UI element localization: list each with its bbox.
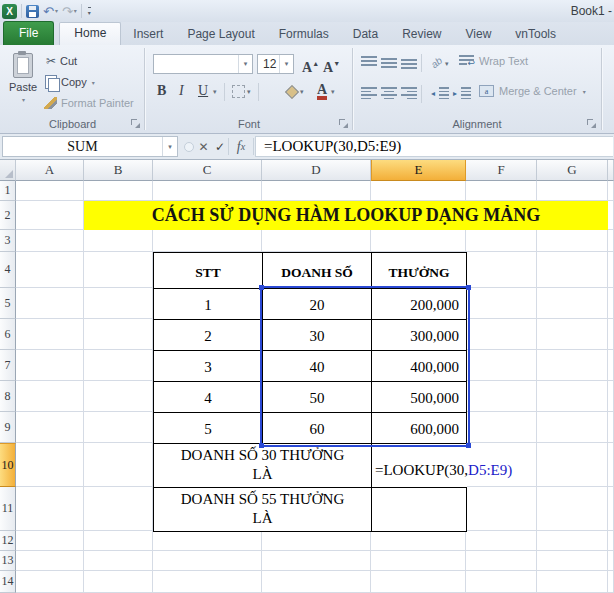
grid-cell[interactable] — [466, 531, 537, 551]
column-header-F[interactable]: F — [466, 160, 537, 181]
font-size-combobox[interactable]: 12 ▾ — [257, 54, 294, 74]
table-data-cell[interactable]: 5 — [154, 413, 263, 444]
chevron-down-icon[interactable]: ▾ — [74, 5, 77, 18]
row-header-6[interactable]: 6 — [0, 319, 16, 350]
grid-cell[interactable] — [16, 350, 84, 381]
grid-cell[interactable] — [371, 531, 466, 551]
save-icon[interactable] — [26, 5, 39, 18]
row-header-3[interactable]: 3 — [0, 230, 16, 252]
row-header-5[interactable]: 5 — [0, 288, 16, 319]
tab-insert[interactable]: Insert — [121, 24, 175, 45]
grid-cell[interactable] — [84, 487, 153, 531]
grid-cell[interactable] — [371, 230, 466, 252]
grid-cell[interactable] — [16, 252, 84, 288]
name-box[interactable]: SUM ▾ — [2, 136, 178, 157]
grid-cell[interactable] — [84, 230, 153, 252]
tab-page-layout[interactable]: Page Layout — [175, 24, 266, 45]
chevron-down-icon[interactable]: ▾ — [583, 88, 586, 95]
column-header-G[interactable]: G — [537, 160, 608, 181]
table-data-cell[interactable]: 1 — [154, 289, 263, 320]
grid-cell[interactable] — [466, 487, 537, 531]
column-header-B[interactable]: B — [84, 160, 153, 181]
grid-cell[interactable] — [84, 252, 153, 288]
grid-cell[interactable] — [153, 181, 262, 201]
grid-cell[interactable] — [608, 181, 614, 201]
grid-cell[interactable] — [608, 230, 614, 252]
grid-cell[interactable] — [262, 181, 371, 201]
table-data-cell[interactable]: 30 — [263, 320, 372, 351]
redo-button[interactable]: ↷▾ — [62, 5, 77, 18]
grid-cell[interactable] — [466, 319, 537, 350]
chevron-down-icon[interactable]: ▾ — [247, 88, 251, 96]
grid-cell[interactable] — [371, 551, 466, 571]
table-data-cell[interactable]: 500,000 — [372, 382, 467, 413]
row-header-2[interactable]: 2 — [0, 201, 16, 230]
grid-cell[interactable] — [262, 531, 371, 551]
grid-cell[interactable] — [537, 288, 608, 319]
insert-function-icon[interactable]: fx — [231, 136, 251, 157]
grid-cell[interactable] — [537, 487, 608, 531]
table-data-cell[interactable]: 3 — [154, 351, 263, 382]
grid-cell[interactable] — [608, 252, 614, 288]
grid-cell[interactable] — [608, 531, 614, 551]
borders-button[interactable] — [232, 85, 245, 98]
title-banner-cell[interactable]: CÁCH SỬ DỤNG HÀM LOOKUP DẠNG MẢNG — [84, 201, 608, 230]
grid-cell[interactable] — [16, 443, 84, 487]
chevron-down-icon[interactable]: ▾ — [300, 88, 304, 96]
grid-cell[interactable] — [16, 487, 84, 531]
tab-home[interactable]: Home — [59, 22, 121, 45]
grid-cell[interactable] — [466, 230, 537, 252]
grid-cell[interactable] — [153, 531, 262, 551]
row-header-9[interactable]: 9 — [0, 412, 16, 443]
grid-cell[interactable] — [466, 412, 537, 443]
grid-cell[interactable] — [84, 288, 153, 319]
table-data-cell[interactable]: 20 — [263, 289, 372, 320]
grid-cell[interactable] — [84, 531, 153, 551]
grid-cell[interactable] — [466, 288, 537, 319]
wrap-text-button[interactable]: Wrap Text — [459, 55, 528, 67]
select-all-corner[interactable] — [0, 160, 16, 181]
in-cell-formula[interactable]: =LOOKUP(30,D5:E9) — [375, 462, 517, 479]
grid-cell[interactable] — [466, 350, 537, 381]
grid-cell[interactable] — [608, 350, 614, 381]
font-name-combobox[interactable]: ▾ — [153, 54, 253, 74]
grid-cell[interactable] — [84, 350, 153, 381]
grid-cell[interactable] — [153, 230, 262, 252]
row-header-1[interactable]: 1 — [0, 181, 16, 201]
chevron-down-icon[interactable]: ▾ — [213, 88, 217, 96]
fill-color-bucket-icon[interactable] — [284, 85, 298, 98]
chevron-down-icon[interactable]: ▾ — [55, 5, 58, 18]
grid-cell[interactable] — [153, 551, 262, 571]
align-top-icon[interactable] — [361, 56, 377, 69]
chevron-down-icon[interactable]: ▾ — [92, 79, 95, 86]
grid-cell[interactable] — [16, 571, 84, 593]
grid-cell[interactable] — [608, 412, 614, 443]
table-header-cell[interactable]: THƯỞNG — [372, 253, 467, 289]
bold-button[interactable]: B — [157, 82, 166, 100]
row-header-4[interactable]: 4 — [0, 252, 16, 288]
grid-cell[interactable] — [537, 319, 608, 350]
table-data-cell[interactable]: 40 — [263, 351, 372, 382]
cancel-icon[interactable]: ✕ — [196, 136, 211, 157]
align-bottom-icon[interactable] — [401, 56, 417, 69]
chevron-down-icon[interactable]: ▾ — [22, 96, 25, 103]
grid-cell[interactable] — [84, 443, 153, 487]
excel-logo-icon[interactable]: X — [2, 4, 17, 19]
chevron-down-icon[interactable]: ▾ — [445, 60, 449, 68]
grid-cell[interactable] — [16, 230, 84, 252]
tab-data[interactable]: Data — [341, 24, 390, 45]
grid-cell[interactable] — [84, 412, 153, 443]
grid-cell[interactable] — [537, 443, 608, 487]
row-header-14[interactable]: 14 — [0, 571, 16, 593]
grid-cell[interactable] — [84, 551, 153, 571]
customize-qat-button[interactable]: ▾ — [88, 7, 91, 16]
grid-cell[interactable] — [262, 571, 371, 593]
grid-cell[interactable] — [262, 551, 371, 571]
align-center-icon[interactable] — [381, 87, 397, 99]
table-header-cell[interactable]: DOANH SỐ — [263, 253, 372, 289]
row-header-12[interactable]: 12 — [0, 531, 16, 551]
row-header-7[interactable]: 7 — [0, 350, 16, 381]
tab-file[interactable]: File — [3, 21, 54, 45]
grid-cell[interactable] — [608, 487, 614, 531]
table-data-cell[interactable]: 50 — [263, 382, 372, 413]
